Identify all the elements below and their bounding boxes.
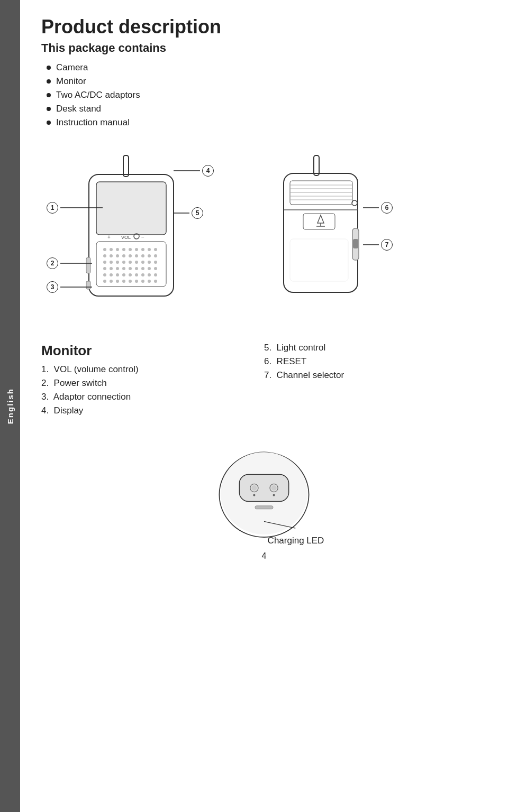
svg-point-35 <box>148 261 151 264</box>
svg-point-50 <box>129 273 132 276</box>
svg-point-23 <box>129 254 132 257</box>
svg-point-25 <box>141 254 144 257</box>
svg-point-63 <box>154 280 157 283</box>
svg-point-94 <box>251 485 257 491</box>
svg-point-96 <box>271 485 277 491</box>
list-item-text: Desk stand <box>56 104 101 114</box>
svg-point-19 <box>103 254 106 257</box>
charging-led-label: Charging LED <box>268 536 324 546</box>
svg-point-43 <box>141 267 144 270</box>
svg-point-41 <box>129 267 132 270</box>
svg-rect-88 <box>290 239 348 281</box>
sidebar: English <box>0 0 20 812</box>
svg-point-12 <box>116 248 119 251</box>
svg-rect-73 <box>284 173 358 292</box>
svg-point-33 <box>135 261 138 264</box>
monitor-label-1: 1. VOL (volume control) <box>41 364 264 375</box>
svg-rect-87 <box>353 239 358 248</box>
svg-point-57 <box>116 280 119 283</box>
svg-text:VOL: VOL <box>121 235 131 240</box>
list-item: Camera <box>47 62 487 73</box>
svg-point-52 <box>141 273 144 276</box>
callout-3: 3 <box>47 281 92 293</box>
camera-label-7: 7. Channel selector <box>264 370 487 381</box>
callout-line-7 <box>363 244 379 245</box>
package-list: Camera Monitor Two AC/DC adaptors Desk s… <box>47 62 487 128</box>
callout-6: 6 <box>363 202 393 214</box>
svg-point-20 <box>110 254 113 257</box>
monitor-labels: Monitor 1. VOL (volume control) 2. Power… <box>41 343 264 419</box>
page-title: Product description <box>41 16 487 38</box>
bullet-dot <box>47 93 51 97</box>
callout-line-5 <box>174 213 189 214</box>
camera-bottom-illustration: Charging LED <box>41 435 487 546</box>
svg-point-47 <box>110 273 113 276</box>
callout-line-4 <box>174 170 200 171</box>
svg-point-28 <box>103 261 106 264</box>
svg-rect-5 <box>123 155 129 177</box>
monitor-section-header: Monitor <box>41 343 264 359</box>
svg-text:−: − <box>141 234 144 240</box>
svg-rect-81 <box>303 214 335 229</box>
svg-point-58 <box>122 280 125 283</box>
monitor-label-2: 2. Power switch <box>41 378 264 389</box>
svg-point-45 <box>154 267 157 270</box>
svg-point-36 <box>154 261 157 264</box>
svg-point-15 <box>135 248 138 251</box>
list-item-text: Instruction manual <box>56 117 130 128</box>
bullet-dot <box>47 79 51 84</box>
svg-point-59 <box>129 280 132 283</box>
list-item-text: Two AC/DC adaptors <box>56 90 140 100</box>
svg-point-10 <box>103 248 106 251</box>
bullet-dot <box>47 107 51 111</box>
bullet-dot <box>47 66 51 70</box>
list-item: Instruction manual <box>47 117 487 128</box>
svg-point-29 <box>110 261 113 264</box>
camera-bottom-svg <box>206 435 322 541</box>
svg-point-98 <box>273 494 275 496</box>
svg-point-26 <box>148 254 151 257</box>
package-section-title: This package contains <box>41 41 487 55</box>
svg-point-32 <box>129 261 132 264</box>
list-item-text: Monitor <box>56 76 86 87</box>
callout-line-3 <box>60 287 92 288</box>
svg-point-30 <box>116 261 119 264</box>
list-item: Desk stand <box>47 104 487 114</box>
list-item-text: Camera <box>56 62 88 73</box>
svg-point-53 <box>148 273 151 276</box>
callout-line-2 <box>60 263 92 264</box>
svg-point-44 <box>148 267 151 270</box>
devices-illustration-row: 1 2 3 4 5 <box>41 144 487 324</box>
camera-label-6: 6. RESET <box>264 356 487 367</box>
labels-row: Monitor 1. VOL (volume control) 2. Power… <box>41 343 487 419</box>
svg-point-22 <box>122 254 125 257</box>
svg-marker-82 <box>318 215 324 223</box>
svg-point-21 <box>116 254 119 257</box>
svg-point-18 <box>154 248 157 251</box>
camera-device-illustration: 6 7 <box>274 154 369 310</box>
svg-rect-72 <box>314 155 319 176</box>
callout-line-6 <box>363 207 379 208</box>
svg-point-31 <box>122 261 125 264</box>
main-content: Product description This package contain… <box>20 0 508 582</box>
svg-point-39 <box>116 267 119 270</box>
svg-point-51 <box>135 273 138 276</box>
callout-line-1 <box>60 207 103 208</box>
camera-label-5: 5. Light control <box>264 343 487 353</box>
svg-point-85 <box>352 200 357 206</box>
camera-labels: 5. Light control 6. RESET 7. Channel sel… <box>264 343 487 419</box>
callout-1: 1 <box>47 202 103 214</box>
svg-rect-8 <box>97 182 166 234</box>
bullet-dot <box>47 121 51 125</box>
callout-4: 4 <box>174 165 214 177</box>
camera-svg <box>274 154 369 308</box>
svg-point-48 <box>116 273 119 276</box>
svg-point-97 <box>253 494 255 496</box>
svg-text:+: + <box>107 234 111 240</box>
svg-point-60 <box>135 280 138 283</box>
list-item: Two AC/DC adaptors <box>47 90 487 100</box>
svg-point-16 <box>141 248 144 251</box>
svg-point-49 <box>122 273 125 276</box>
monitor-label-4: 4. Display <box>41 405 264 416</box>
svg-point-13 <box>122 248 125 251</box>
